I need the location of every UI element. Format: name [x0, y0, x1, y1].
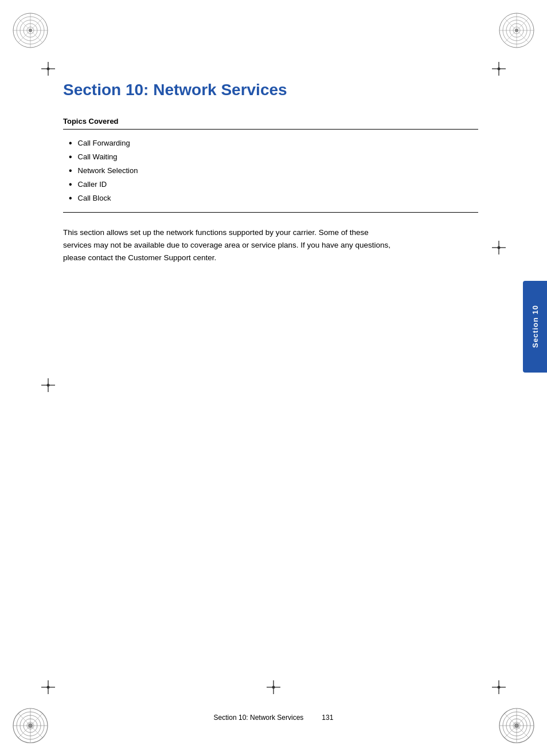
crosshair-bottom-left: [41, 680, 55, 694]
list-item: Caller ID: [69, 180, 478, 189]
svg-point-42: [47, 68, 50, 70]
svg-point-45: [498, 68, 501, 70]
svg-point-9: [29, 29, 32, 32]
footer-section-label: Section 10: Network Services: [214, 714, 304, 722]
list-item-label: Network Selection: [78, 166, 138, 175]
svg-point-51: [498, 246, 501, 249]
footer-text: Section 10: Network Services 131: [214, 714, 334, 722]
svg-point-29: [28, 723, 33, 728]
section-tab: Section 10: [523, 281, 547, 373]
list-item-label: Call Forwarding: [78, 139, 130, 147]
main-content: Section 10: Network Services Topics Cove…: [63, 80, 478, 264]
footer-page-number: 131: [322, 714, 333, 722]
divider-top: [63, 129, 478, 130]
list-item: Call Waiting: [69, 152, 478, 162]
svg-point-57: [498, 686, 501, 689]
list-item-label: Call Block: [78, 194, 111, 202]
corner-decoration-tr: [497, 10, 537, 50]
section-tab-label: Section 10: [531, 305, 540, 348]
corner-decoration-tl: [10, 10, 50, 50]
list-item: Call Block: [69, 194, 478, 203]
crosshair-bottom-center: [267, 680, 280, 694]
crosshair-mid-left: [41, 378, 55, 392]
crosshair-mid-right: [492, 241, 506, 254]
page: Section 10 Section 10: Network Services …: [0, 0, 547, 756]
svg-point-60: [272, 686, 275, 689]
corner-decoration-br: [497, 706, 537, 746]
topics-covered-section: Topics Covered Call Forwarding Call Wait…: [63, 117, 478, 213]
divider-bottom: [63, 212, 478, 213]
list-item: Call Forwarding: [69, 139, 478, 148]
topics-list: Call Forwarding Call Waiting Network Sel…: [69, 139, 478, 203]
list-item: Network Selection: [69, 166, 478, 175]
crosshair-top-right: [492, 62, 506, 76]
crosshair-top-left: [41, 62, 55, 76]
footer: Section 10: Network Services 131: [0, 714, 547, 722]
body-text: This section allows set up the network f…: [63, 226, 396, 265]
topics-covered-heading: Topics Covered: [63, 117, 478, 126]
svg-point-54: [47, 686, 50, 689]
page-title: Section 10: Network Services: [63, 80, 478, 100]
svg-point-39: [514, 723, 519, 728]
svg-point-48: [47, 384, 50, 387]
svg-point-19: [515, 29, 518, 32]
corner-decoration-bl: [10, 706, 50, 746]
list-item-label: Call Waiting: [78, 152, 118, 161]
crosshair-bottom-right: [492, 680, 506, 694]
list-item-label: Caller ID: [78, 180, 107, 189]
